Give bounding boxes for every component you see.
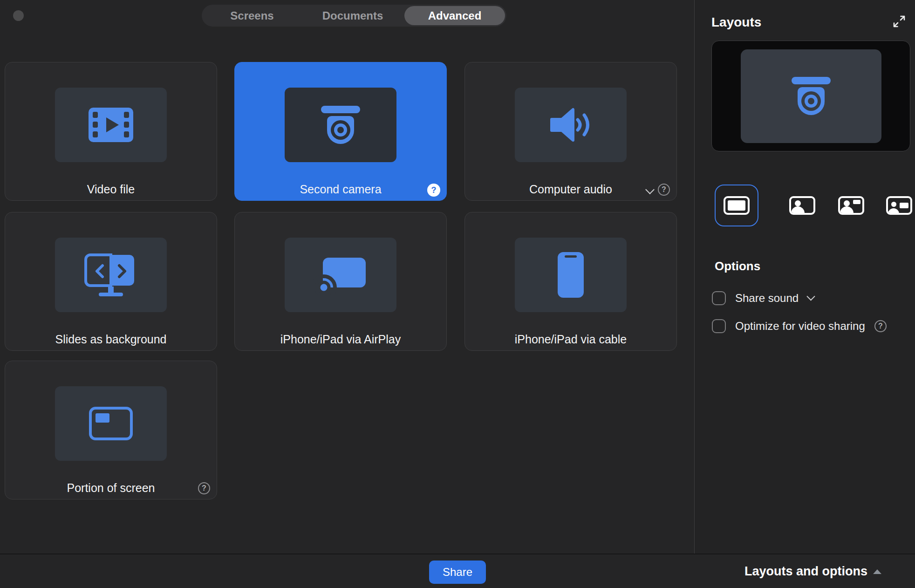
tile-label: Video file	[5, 182, 217, 196]
share-source-tabs: Screens Documents Advanced	[202, 5, 506, 27]
layouts-panel: Layouts Options Share sound	[694, 0, 915, 554]
optimize-video-checkbox[interactable]	[712, 319, 726, 333]
layout-screen-only-selected[interactable]	[715, 185, 758, 226]
film-icon	[89, 108, 133, 142]
layout-choices	[711, 185, 898, 227]
tile-label: Portion of screen	[5, 481, 217, 495]
layout-preview	[711, 41, 910, 151]
tile-card	[285, 88, 396, 162]
monitor-code-icon	[83, 252, 139, 298]
tile-card	[515, 88, 627, 162]
speaker-icon	[545, 105, 596, 144]
layout-picture-in-picture[interactable]	[838, 196, 864, 215]
screen-portion-icon	[89, 407, 133, 440]
collapse-arrow-icon	[873, 569, 881, 574]
share-sound-option: Share sound	[712, 291, 814, 305]
tile-second-camera[interactable]: Second camera ?	[234, 62, 447, 201]
cast-icon	[313, 255, 369, 295]
expand-icon[interactable]	[892, 14, 907, 29]
tab-documents[interactable]: Documents	[302, 5, 403, 27]
tile-card	[55, 88, 167, 162]
layout-preview-screen	[741, 49, 881, 143]
options-title: Options	[715, 259, 760, 273]
tile-iphone-cable[interactable]: iPhone/iPad via cable	[464, 212, 677, 351]
tile-card	[285, 238, 396, 312]
tile-card	[55, 238, 167, 312]
tile-iphone-airplay[interactable]: iPhone/iPad via AirPlay	[234, 212, 447, 351]
tile-computer-audio[interactable]: Computer audio ?	[464, 62, 677, 201]
layouts-title: Layouts	[711, 15, 761, 30]
share-sound-checkbox[interactable]	[712, 291, 726, 305]
play-icon	[106, 117, 119, 132]
dome-camera-icon	[321, 106, 360, 144]
share-button[interactable]: Share	[429, 561, 486, 584]
tile-card	[515, 238, 627, 312]
dome-camera-icon	[792, 77, 831, 115]
phone-icon	[558, 252, 584, 298]
chevron-down-icon[interactable]	[806, 292, 815, 301]
tile-label: Second camera	[235, 182, 446, 196]
layouts-and-options-toggle[interactable]: Layouts and options	[744, 554, 881, 588]
layout-speaker-view[interactable]	[789, 196, 815, 215]
help-icon[interactable]: ?	[198, 482, 210, 494]
tile-label: Computer audio	[465, 182, 676, 196]
footer-bar: Share Layouts and options	[0, 554, 915, 588]
share-sound-label: Share sound	[735, 292, 799, 305]
optimize-video-label: Optimize for video sharing	[735, 320, 865, 333]
tile-card	[55, 386, 167, 461]
tile-portion-of-screen[interactable]: Portion of screen ?	[5, 361, 217, 499]
screen-only-layout-icon	[724, 196, 750, 215]
tile-video-file[interactable]: Video file	[5, 62, 217, 201]
tab-screens[interactable]: Screens	[202, 5, 302, 27]
optimize-video-option: Optimize for video sharing ?	[712, 319, 887, 333]
layout-side-by-side[interactable]	[886, 196, 912, 215]
tile-label: iPhone/iPad via AirPlay	[235, 332, 446, 346]
help-icon[interactable]: ?	[658, 184, 670, 196]
tile-label: Slides as background	[5, 332, 217, 346]
tile-slides-as-background[interactable]: Slides as background	[5, 212, 217, 351]
layouts-toggle-label: Layouts and options	[744, 564, 867, 579]
help-badge-icon[interactable]: ?	[427, 184, 440, 197]
help-icon[interactable]: ?	[874, 320, 887, 332]
tile-label: iPhone/iPad via cable	[465, 332, 676, 346]
window-control-dot[interactable]	[13, 10, 24, 21]
tab-advanced[interactable]: Advanced	[404, 6, 505, 25]
